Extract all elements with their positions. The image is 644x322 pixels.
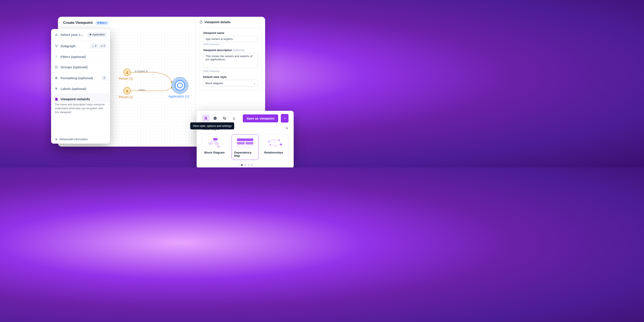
svg-point-6 (93, 45, 93, 46)
pager-dot[interactable] (248, 164, 250, 166)
view-card-block-diagram[interactable]: Block Diagram (202, 134, 228, 160)
svg-point-28 (268, 141, 270, 142)
sidebar-item-component[interactable]: Select your c… Application (51, 29, 110, 40)
badge-text: Beta (100, 22, 105, 24)
sidebar-item-labels[interactable]: Labels (optional) (51, 84, 110, 94)
details-card: Viewpoint name 18/60 characters Viewpoin… (200, 28, 262, 90)
svg-point-30 (279, 140, 280, 141)
node-label: Person (1) (119, 77, 133, 80)
dependency-map-thumb (234, 137, 256, 149)
relationships-thumb (264, 137, 286, 149)
next-page-button[interactable]: › (251, 163, 252, 167)
settings-button[interactable] (221, 114, 228, 122)
style-label: Default view style (203, 75, 258, 78)
box-icon (89, 34, 92, 36)
svg-rect-4 (57, 45, 58, 46)
viewpoint-desc-input[interactable] (203, 53, 258, 68)
prev-page-button[interactable]: ‹ (238, 163, 239, 167)
svg-rect-2 (90, 34, 92, 36)
name-label: Viewpoint name (203, 31, 258, 34)
page-title: Create Viewpoint (63, 20, 93, 25)
sidebar-item-filters[interactable]: Filters (optional) (51, 52, 110, 62)
person-icon (126, 71, 129, 74)
gear-icon (222, 116, 226, 120)
shapes-icon (54, 33, 58, 36)
save-viewpoint-button[interactable]: Save as viewpoint (243, 114, 278, 122)
sliders-icon (204, 116, 208, 120)
pager-dot[interactable] (244, 164, 246, 166)
node-label: Application (1) (168, 94, 189, 98)
edge-label: Is Expert In (135, 70, 148, 73)
sidebar-item-groups[interactable]: Groups (optional) (51, 62, 110, 72)
sidebar-footer[interactable]: Metamodel information (51, 134, 110, 144)
svg-rect-20 (213, 138, 218, 140)
save-dropdown-button[interactable] (281, 114, 288, 122)
svg-point-33 (270, 144, 271, 146)
download-button[interactable] (230, 114, 238, 122)
block-diagram-thumb (204, 137, 226, 149)
chevron-down-icon: ⌄ (253, 82, 256, 85)
sidebar-item-formatting[interactable]: Formatting (optional) 2 (51, 72, 110, 84)
node-count-badge: 3 (90, 44, 98, 48)
person-node[interactable] (124, 69, 131, 76)
badge-dot-icon (98, 22, 99, 24)
svg-rect-26 (246, 142, 253, 144)
viewpoint-name-input[interactable] (203, 36, 258, 42)
svg-rect-10 (57, 66, 58, 67)
close-button[interactable] (285, 126, 288, 131)
svg-point-13 (56, 138, 56, 139)
desc-char-count: 18/60 characters (203, 70, 258, 72)
view-card-dependency-map[interactable]: Dependency Map (232, 134, 258, 160)
info-icon (213, 116, 217, 120)
metamodel-icon (55, 138, 58, 141)
beta-badge[interactable]: Beta ▾ (95, 21, 109, 25)
svg-point-29 (273, 139, 274, 140)
view-style-cards: Block Diagram Dependency Map Relationshi… (202, 134, 288, 160)
card-pager: ‹ › (202, 163, 288, 167)
view-style-button[interactable] (202, 114, 210, 122)
sidebar-item-metainfo[interactable]: Viewpoint metainfo (51, 94, 110, 102)
info-button[interactable] (211, 114, 219, 122)
svg-rect-22 (214, 142, 219, 145)
application-node[interactable] (172, 77, 188, 94)
steps-sidebar: Select your c… Application Subgraph 3 2 … (51, 29, 110, 144)
svg-rect-9 (55, 66, 56, 67)
groups-icon (54, 65, 58, 69)
svg-rect-21 (208, 142, 213, 145)
close-icon (285, 126, 288, 130)
node-label: Person (1) (119, 95, 133, 99)
filter-icon (54, 55, 58, 58)
panel-toolbar: Save as viewpoint View style, options an… (202, 114, 288, 122)
svg-point-17 (206, 118, 206, 119)
details-title: Viewpoint details (200, 20, 262, 24)
svg-rect-12 (57, 68, 58, 68)
person-node[interactable] (124, 87, 131, 94)
graph-canvas[interactable]: Person (1) Is Expert In Person (1) Owns … (103, 28, 196, 146)
edge-label: Owns (138, 88, 145, 92)
formatting-badge: 2 (102, 76, 107, 80)
svg-point-31 (280, 144, 282, 145)
document-icon (200, 20, 203, 24)
default-view-style-select[interactable]: Block diagram ⌄ (203, 80, 258, 86)
svg-rect-27 (237, 145, 253, 148)
pager-dot[interactable] (241, 164, 242, 166)
metainfo-description: The name and description helps everyone … (51, 102, 110, 118)
svg-point-32 (275, 146, 276, 147)
svg-point-16 (206, 117, 207, 118)
chevron-down-icon: ▾ (106, 22, 107, 24)
svg-rect-11 (55, 68, 56, 68)
chevron-down-icon (283, 117, 286, 120)
nodes-icon (92, 45, 94, 47)
view-style-panel: Save as viewpoint View style, options an… (197, 111, 294, 168)
svg-rect-3 (55, 45, 56, 46)
component-chip[interactable]: Application (88, 32, 107, 37)
document-icon (54, 97, 58, 101)
desc-label: Viewpoint description (optional) (203, 48, 258, 52)
svg-point-7 (92, 46, 92, 47)
svg-rect-24 (237, 138, 253, 141)
download-icon (232, 116, 236, 120)
sidebar-item-subgraph[interactable]: Subgraph 3 2 (51, 40, 110, 52)
person-icon (126, 89, 129, 92)
graph-nodes: Person (1) Is Expert In Person (1) Owns … (120, 69, 193, 112)
view-card-relationships[interactable]: Relationships (262, 134, 288, 160)
